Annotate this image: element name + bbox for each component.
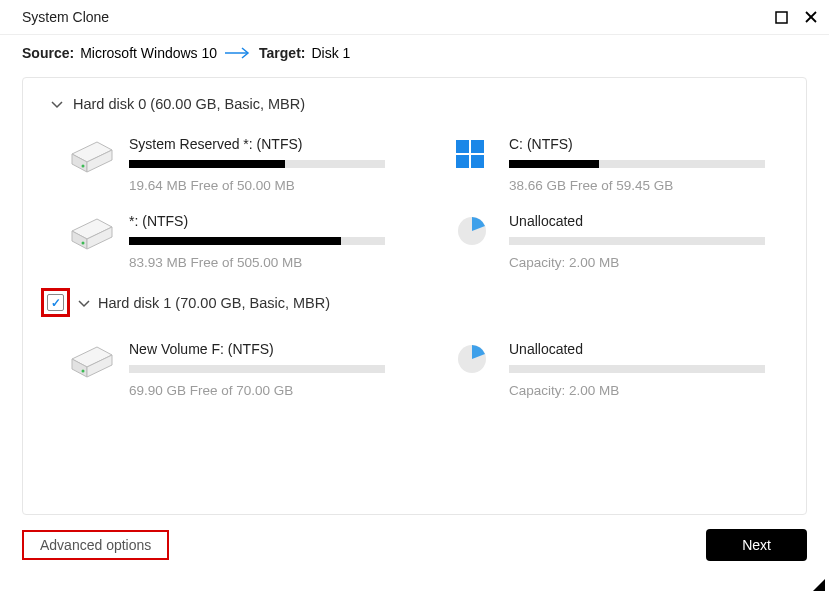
disk-0-header[interactable]: Hard disk 0 (60.00 GB, Basic, MBR): [43, 96, 786, 112]
partition-item[interactable]: System Reserved *: (NTFS) 19.64 MB Free …: [67, 136, 397, 193]
partition-info: Unallocated Capacity: 2.00 MB: [509, 213, 777, 270]
partition-name: Unallocated: [509, 341, 777, 357]
usage-bar: [129, 160, 385, 168]
titlebar: System Clone: [0, 0, 829, 34]
partition-item[interactable]: Unallocated Capacity: 2.00 MB: [447, 213, 777, 270]
usage-bar: [509, 365, 765, 373]
disk-icon: [67, 341, 117, 381]
partition-info: System Reserved *: (NTFS) 19.64 MB Free …: [129, 136, 397, 193]
usage-bar: [129, 237, 385, 245]
maximize-icon[interactable]: [773, 9, 789, 25]
advanced-options-highlight: Advanced options: [22, 530, 169, 560]
chevron-down-icon: [78, 295, 90, 311]
partition-name: C: (NTFS): [509, 136, 777, 152]
disk-1-checkbox[interactable]: [47, 294, 64, 311]
target-label: Target:: [259, 45, 305, 61]
partition-info: Unallocated Capacity: 2.00 MB: [509, 341, 777, 398]
partition-name: Unallocated: [509, 213, 777, 229]
partition-item[interactable]: C: (NTFS) 38.66 GB Free of 59.45 GB: [447, 136, 777, 193]
window-controls: [773, 9, 819, 25]
partition-item[interactable]: Unallocated Capacity: 2.00 MB: [447, 341, 777, 398]
svg-point-20: [82, 370, 85, 373]
partition-free-text: 38.66 GB Free of 59.45 GB: [509, 178, 777, 193]
close-icon[interactable]: [803, 9, 819, 25]
usage-bar: [509, 160, 765, 168]
pie-chart-icon: [447, 213, 497, 253]
partition-name: *: (NTFS): [129, 213, 397, 229]
source-label: Source:: [22, 45, 74, 61]
partition-info: C: (NTFS) 38.66 GB Free of 59.45 GB: [509, 136, 777, 193]
svg-rect-8: [456, 140, 469, 153]
source-value: Microsoft Windows 10: [80, 45, 217, 61]
footer: Advanced options Next: [0, 515, 829, 561]
disk-0-label: Hard disk 0 (60.00 GB, Basic, MBR): [73, 96, 305, 112]
svg-rect-0: [776, 12, 787, 23]
advanced-options-link[interactable]: Advanced options: [40, 537, 151, 553]
disk-icon: [67, 136, 117, 176]
partition-info: New Volume F: (NTFS) 69.90 GB Free of 70…: [129, 341, 397, 398]
source-target-header: Source: Microsoft Windows 10 Target: Dis…: [0, 35, 829, 77]
svg-marker-22: [813, 579, 825, 591]
pie-chart-icon: [447, 341, 497, 381]
arrow-right-icon: [225, 47, 251, 59]
partition-free-text: Capacity: 2.00 MB: [509, 255, 777, 270]
checkbox-highlight: [41, 288, 70, 317]
partition-name: System Reserved *: (NTFS): [129, 136, 397, 152]
partition-free-text: 19.64 MB Free of 50.00 MB: [129, 178, 397, 193]
svg-rect-11: [471, 155, 484, 168]
svg-point-15: [82, 242, 85, 245]
disk-icon: [67, 213, 117, 253]
svg-rect-9: [471, 140, 484, 153]
partition-free-text: 69.90 GB Free of 70.00 GB: [129, 383, 397, 398]
partition-free-text: 83.93 MB Free of 505.00 MB: [129, 255, 397, 270]
windows-logo-icon: [447, 136, 497, 176]
chevron-down-icon: [51, 96, 63, 112]
disk-1-label: Hard disk 1 (70.00 GB, Basic, MBR): [98, 295, 330, 311]
disk-panel: Hard disk 0 (60.00 GB, Basic, MBR) Syste…: [22, 77, 807, 515]
target-value: Disk 1: [311, 45, 350, 61]
next-button[interactable]: Next: [706, 529, 807, 561]
svg-point-7: [82, 165, 85, 168]
disk-1-partitions: New Volume F: (NTFS) 69.90 GB Free of 70…: [43, 317, 786, 416]
resize-grip-icon[interactable]: [813, 577, 825, 595]
partition-item[interactable]: *: (NTFS) 83.93 MB Free of 505.00 MB: [67, 213, 397, 270]
svg-rect-10: [456, 155, 469, 168]
usage-bar: [129, 365, 385, 373]
partition-free-text: Capacity: 2.00 MB: [509, 383, 777, 398]
disk-0-partitions: System Reserved *: (NTFS) 19.64 MB Free …: [43, 112, 786, 288]
partition-name: New Volume F: (NTFS): [129, 341, 397, 357]
partition-info: *: (NTFS) 83.93 MB Free of 505.00 MB: [129, 213, 397, 270]
window-title: System Clone: [22, 9, 109, 25]
usage-bar: [509, 237, 765, 245]
disk-1-header[interactable]: Hard disk 1 (70.00 GB, Basic, MBR): [43, 288, 786, 317]
partition-item[interactable]: New Volume F: (NTFS) 69.90 GB Free of 70…: [67, 341, 397, 398]
